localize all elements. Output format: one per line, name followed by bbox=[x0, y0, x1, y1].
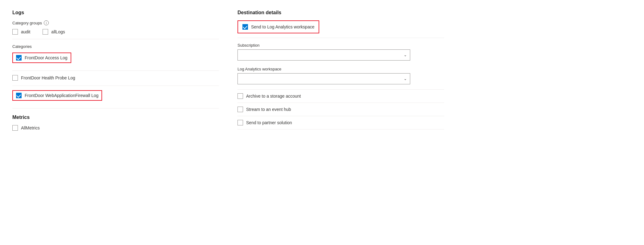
destination-panel: Destination details Send to Log Analytic… bbox=[237, 10, 444, 133]
allmetrics-label: AllMetrics bbox=[21, 125, 40, 130]
audit-checkbox-item: audit bbox=[12, 29, 30, 35]
logs-panel: Logs Category groups i audit allLogs Cat… bbox=[12, 10, 219, 133]
subscription-group: Subscription ⌄ bbox=[237, 43, 444, 61]
frontdoor-waf-row: FrontDoor WebApplicationFirewall Log bbox=[12, 90, 219, 103]
divider-1 bbox=[12, 39, 219, 39]
archive-storage-label: Archive to a storage account bbox=[246, 94, 301, 99]
divider-4 bbox=[12, 108, 219, 108]
divider-3 bbox=[12, 86, 219, 86]
subscription-label: Subscription bbox=[237, 43, 444, 48]
destination-details-title: Destination details bbox=[237, 10, 444, 15]
metrics-section: Metrics AllMetrics bbox=[12, 115, 219, 131]
frontdoor-health-row: FrontDoor Health Probe Log bbox=[12, 75, 219, 81]
audit-checkbox[interactable] bbox=[12, 29, 18, 35]
allmetrics-row: AllMetrics bbox=[12, 125, 219, 131]
other-options: Archive to a storage account Stream to a… bbox=[237, 89, 444, 129]
frontdoor-waf-highlighted: FrontDoor WebApplicationFirewall Log bbox=[12, 90, 102, 101]
frontdoor-health-checkbox[interactable] bbox=[12, 75, 18, 81]
divider-2 bbox=[12, 70, 219, 71]
category-groups-label: Category groups i bbox=[12, 20, 219, 25]
info-icon[interactable]: i bbox=[44, 20, 49, 25]
subscription-dropdown[interactable]: ⌄ bbox=[237, 49, 410, 61]
log-analytics-workspace-dropdown[interactable]: ⌄ bbox=[237, 73, 410, 84]
subscription-dropdown-arrow: ⌄ bbox=[404, 53, 407, 57]
log-analytics-workspace-dropdown-arrow: ⌄ bbox=[404, 77, 407, 81]
alllogs-label: allLogs bbox=[51, 29, 65, 34]
metrics-section-title: Metrics bbox=[12, 115, 219, 120]
send-to-log-box: Send to Log Analytics workspace bbox=[237, 20, 319, 33]
alllogs-checkbox-item: allLogs bbox=[43, 29, 65, 35]
stream-event-hub-checkbox[interactable] bbox=[237, 107, 243, 112]
frontdoor-access-checkbox[interactable] bbox=[16, 55, 22, 61]
main-layout: Logs Category groups i audit allLogs Cat… bbox=[12, 10, 444, 133]
partner-solution-row: Send to partner solution bbox=[237, 116, 444, 129]
send-to-log-checkbox[interactable] bbox=[242, 24, 248, 30]
stream-event-hub-label: Stream to an event hub bbox=[246, 107, 291, 112]
archive-storage-row: Archive to a storage account bbox=[237, 89, 444, 103]
allmetrics-checkbox[interactable] bbox=[12, 125, 18, 131]
audit-label: audit bbox=[21, 29, 30, 34]
send-to-log-label: Send to Log Analytics workspace bbox=[251, 24, 314, 29]
frontdoor-access-label: FrontDoor Access Log bbox=[25, 55, 68, 60]
partner-solution-checkbox[interactable] bbox=[237, 120, 243, 125]
categories-label: Categories bbox=[12, 44, 219, 49]
alllogs-checkbox[interactable] bbox=[43, 29, 48, 35]
frontdoor-health-label: FrontDoor Health Probe Log bbox=[21, 75, 75, 80]
stream-event-hub-row: Stream to an event hub bbox=[237, 103, 444, 116]
partner-solution-label: Send to partner solution bbox=[246, 120, 292, 125]
log-analytics-workspace-label: Log Analytics workspace bbox=[237, 67, 444, 71]
frontdoor-access-row: FrontDoor Access Log bbox=[12, 53, 219, 65]
categories-section: Categories FrontDoor Access Log FrontDoo… bbox=[12, 44, 219, 108]
logs-section-title: Logs bbox=[12, 10, 219, 15]
divider-dest-1 bbox=[237, 38, 444, 38]
frontdoor-waf-label: FrontDoor WebApplicationFirewall Log bbox=[25, 93, 98, 98]
log-analytics-workspace-group: Log Analytics workspace ⌄ bbox=[237, 67, 444, 84]
frontdoor-access-highlighted: FrontDoor Access Log bbox=[12, 53, 71, 63]
archive-storage-checkbox[interactable] bbox=[237, 93, 243, 99]
category-groups-row: audit allLogs bbox=[12, 29, 219, 35]
frontdoor-waf-checkbox[interactable] bbox=[16, 93, 22, 98]
